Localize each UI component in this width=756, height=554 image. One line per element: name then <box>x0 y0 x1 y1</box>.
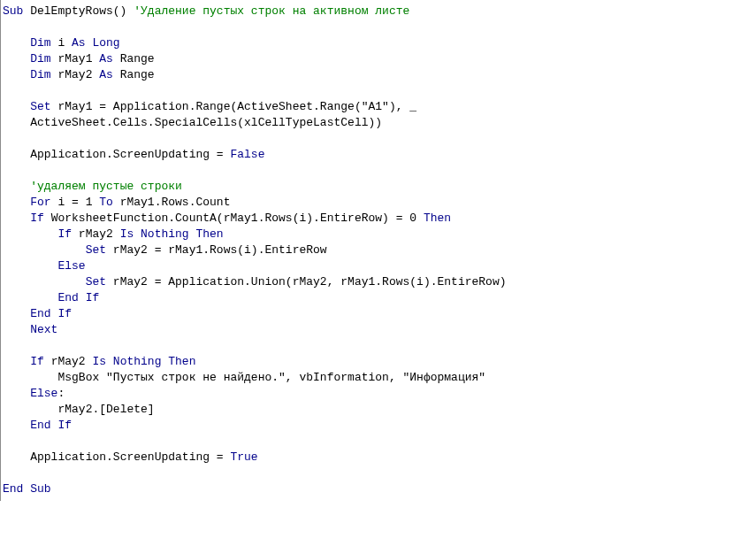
keyword-token: Dim <box>30 68 50 81</box>
code-line: End Sub <box>3 481 754 497</box>
text-token: rMay1 <box>51 52 100 65</box>
keyword-token: End If <box>30 419 72 432</box>
code-content: Sub DelEmptyRows() 'Удаление пустых стро… <box>3 4 754 497</box>
code-line <box>3 466 754 481</box>
comment-token: 'Удаление пустых строк на активном листе <box>134 4 409 18</box>
code-line <box>3 434 754 450</box>
code-line: MsgBox "Пустых строк не найдено.", vbInf… <box>3 370 754 386</box>
text-token: i = 1 <box>51 196 100 209</box>
text-token: rMay2 <box>72 227 120 241</box>
keyword-token: If <box>57 227 72 241</box>
code-line: End If <box>3 306 754 322</box>
keyword-token: Set <box>86 275 106 289</box>
keyword-token: End If <box>30 307 72 320</box>
text-token: Range <box>113 68 155 81</box>
code-line: Else <box>3 258 754 274</box>
code-line <box>3 131 754 147</box>
text-token: WorksheetFunction.CountA(rMay1.Rows(i).E… <box>44 212 424 225</box>
keyword-token: Dim <box>30 52 50 65</box>
code-block: Sub DelEmptyRows() 'Удаление пустых стро… <box>0 0 754 501</box>
code-line: rMay2.[Delete] <box>3 402 754 418</box>
code-line: Next <box>3 322 754 338</box>
keyword-token: As Long <box>72 36 120 50</box>
keyword-token: As <box>99 52 113 65</box>
keyword-token: If <box>30 212 44 225</box>
keyword-token: True <box>230 450 257 464</box>
code-line: For i = 1 To rMay1.Rows.Count <box>3 195 754 211</box>
code-line: If rMay2 Is Nothing Then <box>3 354 754 370</box>
keyword-token: To <box>99 196 113 209</box>
text-token: rMay2 = rMay1.Rows(i).EntireRow <box>106 243 327 257</box>
keyword-token: Sub <box>3 4 23 18</box>
keyword-token: Else <box>57 259 85 273</box>
text-token: rMay2 = Application.Union(rMay2, rMay1.R… <box>106 275 506 289</box>
keyword-token: Is Nothing Then <box>120 227 224 241</box>
keyword-token: Else <box>30 387 57 400</box>
keyword-token: Is Nothing Then <box>92 355 195 368</box>
code-line <box>3 163 754 179</box>
code-line <box>3 338 754 354</box>
code-line: End If <box>3 418 754 434</box>
text-token: : <box>57 387 65 400</box>
text-token: Application.ScreenUpdating = <box>30 148 230 161</box>
keyword-token: Then <box>424 212 451 225</box>
text-token: rMay2 <box>44 355 93 368</box>
keyword-token: False <box>230 148 264 161</box>
comment-token: 'удаляем пустые строки <box>30 180 182 193</box>
code-line: Dim rMay1 As Range <box>3 51 754 67</box>
keyword-token: If <box>30 355 44 368</box>
code-line: End If <box>3 290 754 306</box>
code-line: Sub DelEmptyRows() 'Удаление пустых стро… <box>3 4 754 19</box>
code-line: Else: <box>3 386 754 402</box>
keyword-token: For <box>30 196 50 209</box>
keyword-token: Next <box>30 323 57 336</box>
text-token: ActiveSheet.Cells.SpecialCells(xlCellTyp… <box>30 116 382 129</box>
text-token: rMay2 <box>51 68 100 81</box>
keyword-token: Set <box>30 100 50 113</box>
code-line: If rMay2 Is Nothing Then <box>3 227 754 242</box>
code-line: Set rMay1 = Application.Range(ActiveShee… <box>3 99 754 115</box>
code-line: Application.ScreenUpdating = False <box>3 147 754 163</box>
text-token: Application.ScreenUpdating = <box>30 450 230 464</box>
code-line: Set rMay2 = rMay1.Rows(i).EntireRow <box>3 242 754 258</box>
code-line: ActiveSheet.Cells.SpecialCells(xlCellTyp… <box>3 115 754 131</box>
text-token: rMay1.Rows.Count <box>113 196 231 209</box>
keyword-token: End Sub <box>3 482 51 496</box>
text-token: MsgBox "Пустых строк не найдено.", vbInf… <box>57 371 485 384</box>
text-token: rMay1 = Application.Range(ActiveSheet.Ra… <box>51 100 416 113</box>
code-line: Set rMay2 = Application.Union(rMay2, rMa… <box>3 274 754 290</box>
code-line: Dim i As Long <box>3 35 754 51</box>
text-token: i <box>51 36 72 50</box>
code-line <box>3 19 754 35</box>
code-line: 'удаляем пустые строки <box>3 179 754 195</box>
text-token: DelEmptyRows() <box>23 4 134 18</box>
keyword-token: Dim <box>30 36 50 50</box>
code-line: If WorksheetFunction.CountA(rMay1.Rows(i… <box>3 211 754 227</box>
text-token: rMay2.[Delete] <box>57 403 154 416</box>
code-line <box>3 83 754 99</box>
text-token: Range <box>113 52 155 65</box>
code-line: Application.ScreenUpdating = True <box>3 450 754 466</box>
keyword-token: Set <box>86 243 106 257</box>
code-line: Dim rMay2 As Range <box>3 67 754 83</box>
keyword-token: End If <box>57 291 99 304</box>
keyword-token: As <box>99 68 113 81</box>
